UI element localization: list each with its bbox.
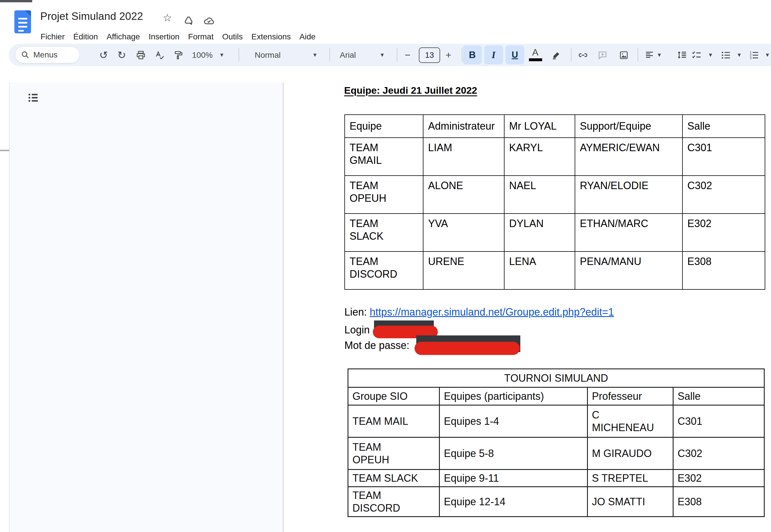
- toolbar-divider: [638, 48, 638, 61]
- menu-format[interactable]: Format: [184, 30, 218, 43]
- insert-link-button[interactable]: [577, 49, 589, 61]
- menu-fichier[interactable]: Fichier: [36, 30, 69, 43]
- bulleted-list-button[interactable]: [720, 49, 732, 61]
- table-cell: C301: [682, 138, 765, 176]
- document-heading[interactable]: Equipe: Jeudi 21 Juillet 2022: [344, 85, 477, 96]
- line-spacing-button[interactable]: [676, 49, 688, 61]
- equipe-table[interactable]: Equipe Administrateur Mr LOYAL Support/E…: [344, 114, 765, 290]
- paragraph-style-select[interactable]: Normal: [255, 51, 281, 60]
- menu-edition[interactable]: Édition: [69, 30, 102, 43]
- table-cell: RYAN/ELODIE: [575, 176, 682, 214]
- tournoi-table-image[interactable]: TOURNOI SIMULAND Groupe SIO Equipes (par…: [348, 368, 765, 517]
- menu-aide[interactable]: Aide: [295, 30, 320, 43]
- link-label: Lien:: [344, 306, 370, 318]
- move-to-folder-icon[interactable]: [183, 15, 194, 26]
- show-document-outline-button[interactable]: [25, 90, 41, 106]
- table-cell: C301: [673, 405, 764, 437]
- undo-button[interactable]: ↺: [97, 49, 110, 61]
- table-cell: C302: [673, 437, 764, 470]
- table-header-cell: Groupe SIO: [348, 387, 440, 405]
- checklist-button[interactable]: [691, 49, 703, 61]
- document-status-cloud-icon[interactable]: [203, 15, 215, 26]
- table-cell: E308: [682, 251, 765, 289]
- redo-button[interactable]: ↻: [116, 49, 128, 61]
- table-cell: TEAM DISCORD: [348, 487, 440, 517]
- table-cell: LIAM: [423, 138, 504, 176]
- align-button[interactable]: [643, 49, 655, 61]
- document-title[interactable]: Projet Simuland 2022: [40, 10, 143, 22]
- numbered-list-button[interactable]: 1 2 3: [748, 49, 760, 61]
- docs-logo-line: [18, 26, 27, 28]
- table-cell: M GIRAUDO: [588, 437, 673, 470]
- decrease-font-size-button[interactable]: −: [405, 49, 411, 61]
- table-cell: URENE: [423, 251, 504, 289]
- table-cell: PENA/MANU: [575, 251, 682, 289]
- highlight-color-button[interactable]: [550, 49, 562, 61]
- menu-outils[interactable]: Outils: [218, 30, 247, 43]
- insert-image-button[interactable]: [618, 49, 630, 61]
- zoom-select[interactable]: 100%: [192, 51, 213, 60]
- underline-icon: U: [512, 50, 518, 60]
- italic-icon: I: [492, 50, 496, 60]
- table-cell: ALONE: [423, 176, 504, 214]
- italic-button[interactable]: I: [484, 45, 503, 64]
- zoom-caret-icon: ▾: [220, 51, 223, 58]
- increase-font-size-button[interactable]: +: [446, 49, 451, 61]
- simuland-link[interactable]: https://manager.simuland.net/Groupe.edit…: [370, 306, 614, 318]
- toolbar-divider: [462, 48, 462, 61]
- docs-logo-line: [18, 18, 27, 20]
- table-cell: TEAM OPEUH: [348, 437, 440, 470]
- text-color-button[interactable]: A: [528, 47, 543, 58]
- table-cell: TEAM SLACK: [345, 214, 423, 251]
- table-header-cell: Salle: [682, 115, 765, 138]
- table-row: TEAM OPEUH Equipe 5-8 M GIRAUDO C302: [348, 437, 764, 470]
- table-cell: AYMERIC/EWAN: [575, 138, 682, 176]
- table-header-cell: Equipe: [345, 115, 423, 138]
- print-button[interactable]: [135, 49, 147, 61]
- style-caret-icon: ▾: [313, 51, 317, 58]
- document-page[interactable]: Equipe: Jeudi 21 Juillet 2022 Equipe Adm…: [283, 82, 771, 532]
- table-cell: TEAM GMAIL: [345, 138, 423, 176]
- table-cell: E302: [682, 214, 765, 251]
- search-menus-button[interactable]: Menus: [16, 47, 79, 63]
- text-color-bar: [529, 58, 542, 61]
- table-cell: TEAM DISCORD: [345, 251, 423, 289]
- underline-button[interactable]: U: [505, 45, 524, 64]
- paint-format-button[interactable]: [172, 49, 184, 61]
- table-header-row: Groupe SIO Equipes (participants) Profes…: [348, 387, 764, 405]
- bold-icon: B: [469, 49, 476, 60]
- table-header-cell: Equipes (participants): [440, 387, 588, 405]
- spellcheck-button[interactable]: [154, 49, 166, 61]
- table-cell: Equipe 9-11: [440, 470, 588, 487]
- svg-text:3: 3: [750, 56, 751, 60]
- menus-label: Menus: [33, 50, 57, 59]
- menu-insertion[interactable]: Insertion: [144, 30, 184, 43]
- font-family-select[interactable]: Arial: [340, 51, 356, 60]
- table-row: TEAM DISCORD URENE LENA PENA/MANU E308: [345, 251, 765, 289]
- menu-affichage[interactable]: Affichage: [102, 30, 144, 43]
- table-title: TOURNOI SIMULAND: [348, 369, 764, 387]
- ruler[interactable]: 2 1 1 2 3 4 5 6 7 8 9 10 11 12 13 14 15 …: [0, 69, 771, 82]
- toolbar-divider: [329, 48, 330, 61]
- google-docs-logo-icon[interactable]: [14, 10, 31, 33]
- table-cell: Equipe 5-8: [440, 437, 588, 470]
- table-cell: LENA: [504, 251, 575, 289]
- table-header-cell: Support/Equipe: [575, 115, 682, 138]
- table-cell: Equipes 1-4: [440, 405, 588, 437]
- table-header-cell: Mr LOYAL: [504, 115, 575, 138]
- table-header-cell: Administrateur: [423, 115, 504, 138]
- font-size-input[interactable]: 13: [419, 47, 440, 63]
- link-line: Lien: https://manager.simuland.net/Group…: [344, 306, 614, 318]
- star-icon[interactable]: ☆: [163, 13, 172, 23]
- menu-extensions[interactable]: Extensions: [247, 30, 295, 43]
- bulleted-list-caret-icon: ▾: [738, 51, 741, 58]
- table-header-cell: Salle: [673, 387, 764, 405]
- table-cell: Equipe 12-14: [440, 487, 588, 517]
- add-comment-button[interactable]: [597, 49, 609, 61]
- checklist-caret-icon: ▾: [709, 51, 712, 58]
- bold-button[interactable]: B: [463, 45, 482, 64]
- toolbar-divider: [571, 48, 571, 61]
- table-cell: E308: [673, 487, 764, 517]
- table-cell: C302: [682, 176, 765, 214]
- table-cell: JO SMATTI: [588, 487, 673, 517]
